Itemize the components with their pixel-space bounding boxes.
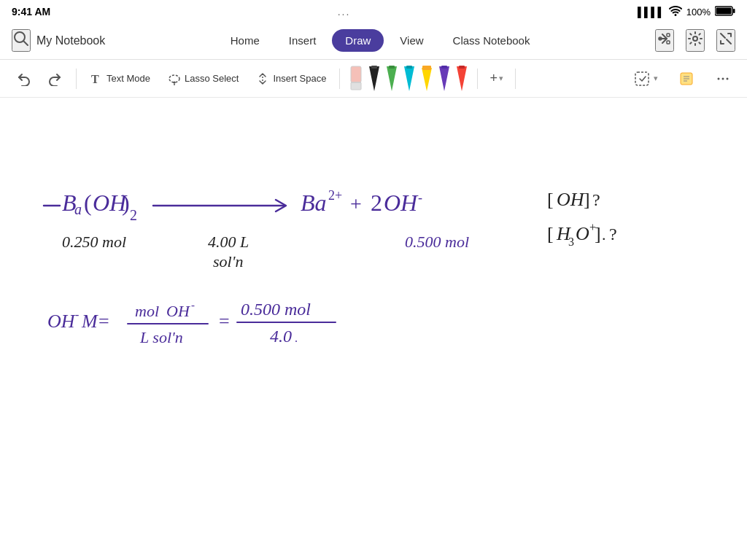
svg-text:?: ? (609, 225, 617, 244)
lasso-select-label: Lasso Select (185, 73, 239, 84)
lasso-select-button[interactable]: Lasso Select (160, 69, 246, 89)
green-pen-tool[interactable] (385, 65, 398, 93)
svg-line-4 (23, 41, 28, 45)
status-icons: ▌▌▌▌ 100% (638, 6, 735, 18)
black-pen-tool[interactable] (368, 65, 381, 93)
svg-rect-15 (351, 82, 361, 90)
svg-text:4.0: 4.0 (270, 327, 292, 346)
undo-button[interactable] (9, 68, 38, 90)
svg-text:.: . (295, 332, 298, 344)
svg-rect-28 (459, 66, 465, 69)
nav-bar: My Notebook Home Insert Draw View Class … (0, 22, 747, 60)
svg-text:4.00 L: 4.00 L (208, 233, 249, 251)
insert-space-button[interactable]: Insert Space (249, 69, 333, 89)
nav-right (655, 29, 735, 52)
svg-text:O: O (576, 223, 589, 244)
sticky-note-button[interactable] (671, 67, 702, 90)
tab-class-notebook[interactable]: Class Notebook (440, 29, 543, 52)
handwriting-canvas: B a ( OH ) 2 Ba 2+ + 2 OH - [ OH - ] ? 0… (0, 98, 747, 560)
svg-rect-5 (667, 34, 670, 36)
svg-text:?: ? (592, 190, 600, 209)
svg-marker-21 (404, 66, 414, 91)
text-mode-button[interactable]: T Text Mode (82, 69, 158, 89)
svg-text:mol: mol (135, 302, 159, 320)
wifi-icon (669, 6, 682, 18)
svg-rect-14 (351, 66, 361, 82)
divider-2 (339, 69, 340, 89)
tab-view[interactable]: View (387, 29, 436, 52)
svg-marker-27 (457, 66, 467, 91)
svg-rect-22 (406, 66, 412, 69)
svg-marker-23 (422, 68, 432, 91)
redo-button[interactable] (41, 68, 70, 90)
add-chevron-icon: ▾ (499, 74, 503, 83)
nav-left: My Notebook (12, 29, 105, 52)
insert-space-label: Insert Space (273, 73, 326, 84)
svg-point-8 (693, 36, 697, 41)
svg-text:0.250 mol: 0.250 mol (62, 233, 126, 251)
selection-tool-button[interactable]: ▾ (627, 67, 665, 90)
svg-rect-18 (371, 66, 377, 69)
svg-text:OH: OH (166, 302, 190, 320)
svg-text:L sol'n: L sol'n (139, 328, 183, 346)
svg-text:Ba: Ba (301, 190, 327, 216)
svg-rect-6 (667, 41, 670, 44)
svg-text:2+: 2+ (328, 188, 342, 203)
text-mode-label: Text Mode (107, 73, 150, 84)
svg-point-34 (718, 77, 720, 79)
add-pen-button[interactable]: + ▾ (484, 67, 509, 90)
svg-rect-24 (422, 66, 431, 70)
svg-rect-29 (635, 72, 649, 85)
tab-home[interactable]: Home (217, 29, 273, 52)
svg-marker-19 (387, 66, 397, 91)
add-icon: + (489, 71, 498, 86)
share-button[interactable] (655, 29, 674, 52)
canvas-area[interactable]: B a ( OH ) 2 Ba 2+ + 2 OH - [ OH - ] ? 0… (0, 98, 747, 560)
svg-text:OH: OH (47, 311, 76, 332)
signal-icon: ▌▌▌▌ (638, 7, 665, 18)
tab-insert[interactable]: Insert (276, 29, 330, 52)
divider-4 (515, 69, 516, 89)
status-dots: ... (338, 6, 351, 18)
svg-text:]: ] (584, 189, 590, 210)
expand-button[interactable] (716, 29, 735, 52)
svg-text:2: 2 (130, 207, 137, 223)
purple-pen-tool[interactable] (438, 65, 451, 93)
search-button[interactable] (12, 29, 31, 52)
svg-text:3: 3 (568, 236, 574, 248)
more-tools-button[interactable] (708, 67, 738, 90)
svg-text:): ) (122, 190, 130, 216)
nav-tabs: Home Insert Draw View Class Notebook (217, 29, 543, 52)
svg-text:0.500 mol: 0.500 mol (405, 233, 469, 251)
toolbar: T Text Mode Lasso Select Insert Space (0, 60, 747, 98)
svg-text:-: - (418, 190, 422, 205)
settings-button[interactable] (686, 29, 705, 52)
cyan-pen-tool[interactable] (403, 65, 416, 93)
tab-draw[interactable]: Draw (332, 29, 384, 52)
svg-text:T: T (91, 73, 99, 85)
toolbar-right-icons: ▾ (627, 67, 738, 90)
red-pen-tool[interactable] (455, 65, 468, 93)
svg-marker-25 (439, 66, 449, 91)
svg-point-36 (727, 77, 729, 79)
status-bar: 9:41 AM ... ▌▌▌▌ 100% (0, 0, 747, 22)
svg-text:=: = (98, 311, 109, 332)
svg-point-35 (722, 77, 724, 79)
battery-icon (715, 6, 735, 18)
svg-text:]: ] (595, 223, 601, 244)
divider-3 (477, 69, 478, 89)
yellow-highlighter-tool[interactable] (420, 65, 433, 93)
selection-chevron-icon: ▾ (654, 74, 658, 83)
svg-text:sol'n: sol'n (213, 252, 243, 271)
svg-text:.: . (602, 225, 606, 244)
divider-1 (76, 69, 77, 89)
svg-text:-: - (191, 299, 195, 311)
svg-text:OH: OH (384, 190, 419, 216)
svg-marker-17 (369, 66, 379, 91)
battery-label: 100% (686, 7, 711, 18)
svg-text:[: [ (547, 189, 554, 210)
svg-text:+: + (350, 192, 362, 215)
notebook-title: My Notebook (36, 34, 105, 47)
svg-rect-20 (389, 66, 395, 69)
eraser-tool[interactable] (349, 65, 363, 93)
